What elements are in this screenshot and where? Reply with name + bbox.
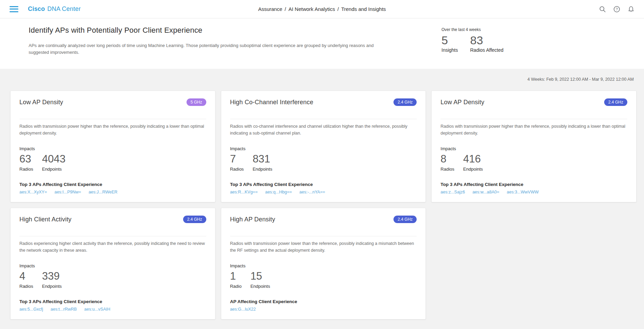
insight-card[interactable]: Low AP Density 2.4 GHz Radios with trans… bbox=[431, 91, 637, 202]
impacts-label: Impacts bbox=[230, 263, 417, 268]
radios-value: 7 bbox=[230, 153, 244, 166]
radios-value: 63 bbox=[19, 153, 33, 166]
card-title: High AP Density bbox=[230, 216, 275, 223]
card-divider bbox=[230, 236, 417, 236]
card-description: Radios with transmission power higher th… bbox=[19, 123, 206, 137]
ap-link[interactable]: aes:3...WwVWW bbox=[507, 190, 539, 194]
ap-link[interactable]: aes:u...vSAIH bbox=[84, 307, 110, 312]
intro-section: Identify APs with Potentially Poor Clien… bbox=[0, 18, 644, 69]
insight-card[interactable]: High Client Activity 2.4 GHz Radios expe… bbox=[10, 208, 215, 319]
ap-link[interactable]: aes:R...KVg== bbox=[230, 190, 258, 194]
radios-stat: 1 Radio bbox=[230, 270, 242, 289]
insights-stat: 5 Insights bbox=[441, 34, 458, 53]
impacts-label: Impacts bbox=[19, 146, 206, 151]
summary-panel: Over the last 4 weeks 5 Insights 83 Radi… bbox=[441, 26, 644, 56]
radios-affected-stat: 83 Radios Affected bbox=[470, 34, 503, 53]
insight-card[interactable]: Low AP Density 5 GHz Radios with transmi… bbox=[10, 91, 215, 202]
card-divider bbox=[19, 236, 206, 236]
endpoints-stat: 15 Endpoints bbox=[251, 270, 270, 289]
breadcrumb-item[interactable]: Trends and Insights bbox=[341, 6, 386, 12]
band-badge: 2.4 GHz bbox=[393, 98, 417, 106]
radios-stat: 63 Radios bbox=[19, 153, 33, 172]
ap-link[interactable]: aes:5...Gxcfj bbox=[19, 307, 43, 312]
endpoints-value: 15 bbox=[251, 270, 270, 283]
ap-link[interactable]: aes:-...nYA== bbox=[300, 190, 325, 194]
ap-links: aes:R...KVg==aes:q...Hbg==aes:-...nYA== bbox=[230, 190, 417, 194]
breadcrumb-separator: / bbox=[285, 6, 286, 12]
date-range-label: 4 Weeks: Feb 9, 2022 12:00 AM - Mar 9, 2… bbox=[10, 69, 637, 82]
affecting-aps-heading: Top 3 APs Affecting Client Experience bbox=[19, 299, 206, 304]
ap-link[interactable]: aes:I...P9Nw= bbox=[54, 190, 81, 194]
endpoints-label: Endpoints bbox=[42, 167, 65, 172]
card-divider bbox=[19, 119, 206, 119]
content-area: 4 Weeks: Feb 9, 2022 12:00 AM - Mar 9, 2… bbox=[0, 69, 644, 319]
radios-label: Radios bbox=[440, 167, 454, 172]
endpoints-value: 831 bbox=[253, 153, 272, 166]
insight-cards-grid: Low AP Density 5 GHz Radios with transmi… bbox=[10, 91, 637, 319]
insights-value: 5 bbox=[441, 34, 458, 47]
endpoints-value: 4043 bbox=[42, 153, 65, 166]
card-description: Radios with transmission power lower tha… bbox=[230, 240, 417, 254]
radios-value: 1 bbox=[230, 270, 242, 283]
impacts-label: Impacts bbox=[440, 146, 627, 151]
breadcrumb-item[interactable]: AI Network Analytics bbox=[288, 6, 335, 12]
radios-affected-label: Radios Affected bbox=[470, 47, 503, 53]
band-badge: 2.4 GHz bbox=[393, 216, 417, 223]
card-title: Low AP Density bbox=[440, 99, 484, 106]
ap-link[interactable]: aes:z...Sajz6 bbox=[440, 190, 465, 194]
impacts-label: Impacts bbox=[19, 263, 206, 268]
page-title: Identify APs with Potentially Poor Clien… bbox=[29, 26, 423, 35]
radios-label: Radio bbox=[230, 284, 242, 289]
radios-stat: 8 Radios bbox=[440, 153, 454, 172]
endpoints-label: Endpoints bbox=[251, 284, 270, 289]
page-description: APs are continually analyzed over long p… bbox=[29, 42, 389, 56]
impacts-label: Impacts bbox=[230, 146, 417, 151]
card-description: Radios experiencing higher client activi… bbox=[19, 240, 206, 254]
ap-links: aes:G...luX22 bbox=[230, 307, 417, 312]
card-title: High Client Activity bbox=[19, 216, 71, 223]
radios-value: 8 bbox=[440, 153, 454, 166]
endpoints-value: 416 bbox=[463, 153, 483, 166]
insight-card[interactable]: High Co-Channel Interference 2.4 GHz Rad… bbox=[221, 91, 426, 202]
band-badge: 2.4 GHz bbox=[183, 216, 206, 223]
ap-link[interactable]: aes:q...Hbg== bbox=[265, 190, 292, 194]
breadcrumb-separator: / bbox=[337, 6, 339, 12]
card-title: Low AP Density bbox=[19, 99, 63, 106]
insight-card[interactable]: High AP Density 2.4 GHz Radios with tran… bbox=[221, 208, 426, 319]
endpoints-label: Endpoints bbox=[463, 167, 483, 172]
card-description: Radios with co-channel interference and … bbox=[230, 123, 417, 137]
band-badge: 2.4 GHz bbox=[604, 98, 627, 106]
breadcrumb: Assurance/AI Network Analytics/Trends an… bbox=[0, 6, 644, 12]
affecting-aps-heading: Top 3 APs Affecting Client Experience bbox=[19, 182, 206, 187]
ap-links: aes:5...Gxcfjaes:t...rRwRBaes:u...vSAIH bbox=[19, 307, 206, 312]
card-divider bbox=[230, 119, 417, 119]
affecting-aps-heading: AP Affecting Client Experience bbox=[230, 299, 417, 304]
ap-link[interactable]: aes:J...RWeER bbox=[88, 190, 117, 194]
endpoints-stat: 831 Endpoints bbox=[253, 153, 272, 172]
ap-links: aes:X...XyXY=aes:I...P9Nw=aes:J...RWeER bbox=[19, 190, 206, 194]
top-bar: Cisco DNA Center Assurance/AI Network An… bbox=[0, 0, 644, 18]
radios-label: Radios bbox=[19, 284, 33, 289]
ap-link[interactable]: aes:G...luX22 bbox=[230, 307, 256, 312]
insights-label: Insights bbox=[441, 47, 458, 53]
ap-link[interactable]: aes:X...XyXY= bbox=[19, 190, 47, 194]
endpoints-label: Endpoints bbox=[253, 167, 272, 172]
radios-stat: 7 Radios bbox=[230, 153, 244, 172]
radios-label: Radios bbox=[230, 167, 244, 172]
endpoints-stat: 416 Endpoints bbox=[463, 153, 483, 172]
ap-link[interactable]: aes:w...a8A0= bbox=[472, 190, 499, 194]
radios-label: Radios bbox=[19, 167, 33, 172]
endpoints-label: Endpoints bbox=[42, 284, 62, 289]
endpoints-stat: 4043 Endpoints bbox=[42, 153, 65, 172]
affecting-aps-heading: Top 3 APs Affecting Client Experience bbox=[440, 182, 627, 187]
radios-affected-value: 83 bbox=[470, 34, 503, 47]
radios-value: 4 bbox=[19, 270, 33, 283]
endpoints-value: 339 bbox=[42, 270, 62, 283]
radios-stat: 4 Radios bbox=[19, 270, 33, 289]
card-description: Radios with transmission power higher th… bbox=[440, 123, 627, 137]
ap-links: aes:z...Sajz6aes:w...a8A0=aes:3...WwVWW bbox=[440, 190, 627, 194]
breadcrumb-item[interactable]: Assurance bbox=[258, 6, 282, 12]
ap-link[interactable]: aes:t...rRwRB bbox=[50, 307, 77, 312]
band-badge: 5 GHz bbox=[187, 98, 206, 106]
summary-period-label: Over the last 4 weeks bbox=[441, 27, 644, 32]
